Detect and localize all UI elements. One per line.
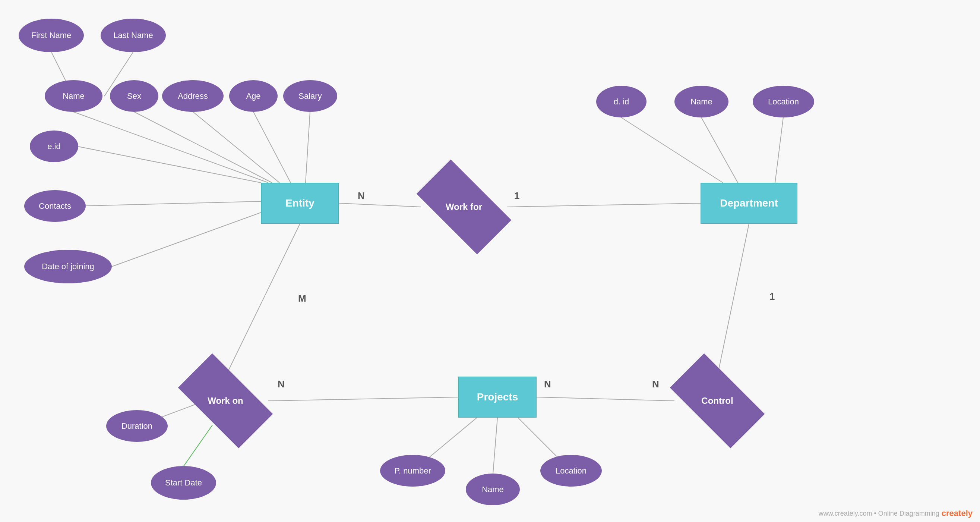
entity-projects[interactable]: Projects [458,377,536,418]
svg-line-13 [701,117,738,183]
ellipse-did[interactable]: d. id [596,86,646,117]
cardinality-n2: N [278,378,285,390]
cardinality-n3: N [544,378,551,390]
svg-line-5 [253,112,291,183]
diamond-work-on[interactable]: Work on [183,377,268,425]
ellipse-location-proj[interactable]: Location [540,455,602,487]
ellipse-age[interactable]: Age [229,80,278,112]
ellipse-name-dep[interactable]: Name [675,86,729,117]
diamond-control[interactable]: Control [675,377,760,425]
watermark: www.creately.com • Online Diagramming cr… [819,509,972,518]
svg-line-20 [184,425,212,466]
svg-line-14 [775,117,783,183]
diamond-work-for[interactable]: Work for [421,183,507,231]
svg-line-22 [493,418,498,474]
ellipse-sex[interactable]: Sex [110,80,158,112]
svg-line-8 [86,201,261,206]
cardinality-m1: M [298,293,306,304]
svg-line-9 [112,212,261,267]
svg-line-3 [134,112,272,183]
svg-line-7 [78,147,261,183]
cardinality-1a: 1 [514,190,519,202]
ellipse-address[interactable]: Address [162,80,224,112]
connection-lines [0,0,980,522]
ellipse-contacts[interactable]: Contacts [24,190,86,222]
ellipse-name-proj[interactable]: Name [466,474,520,505]
svg-line-10 [339,203,421,207]
svg-line-2 [73,112,268,183]
entity-entity[interactable]: Entity [261,183,339,224]
svg-line-6 [305,112,310,183]
ellipse-eid[interactable]: e.id [30,131,78,162]
cardinality-n1: N [358,190,365,202]
svg-line-16 [268,397,458,401]
ellipse-date-joining[interactable]: Date of joining [24,250,112,283]
svg-line-12 [621,117,723,183]
ellipse-start-date[interactable]: Start Date [151,466,216,500]
diagram-container: Entity Department Projects First Name La… [0,0,980,522]
ellipse-location-dep[interactable]: Location [753,86,814,117]
ellipse-duration[interactable]: Duration [106,410,168,442]
entity-department[interactable]: Department [700,183,797,224]
svg-line-15 [226,224,300,377]
svg-line-4 [193,112,280,183]
svg-line-17 [536,397,675,401]
ellipse-first-name[interactable]: First Name [19,19,84,52]
svg-line-11 [507,203,700,207]
cardinality-n4: N [652,378,659,390]
ellipse-salary[interactable]: Salary [283,80,337,112]
cardinality-1b: 1 [770,291,775,302]
svg-line-18 [717,224,749,377]
ellipse-name-emp[interactable]: Name [45,80,102,112]
ellipse-last-name[interactable]: Last Name [100,19,166,52]
ellipse-p-number[interactable]: P. number [380,455,445,487]
